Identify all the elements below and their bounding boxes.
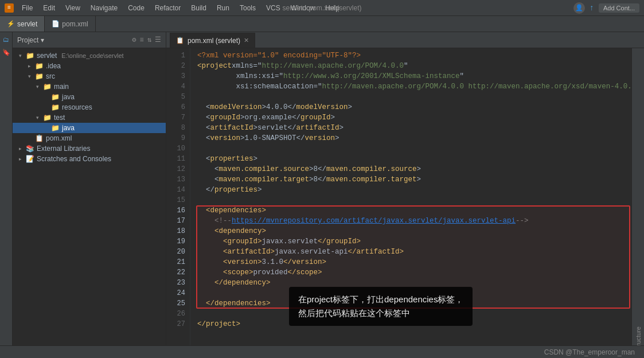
menu-file[interactable]: File	[17, 3, 37, 13]
tree-icon-main: 📁	[42, 83, 52, 91]
sidebar-project-icon[interactable]: 🗂	[1, 34, 11, 45]
tree-item-test[interactable]: ▾ 📁 test	[13, 112, 166, 123]
code-token: 3.1.0	[262, 257, 284, 267]
bottom-bar: CSDN @The_emperoor_man	[0, 345, 644, 358]
code-line-18: <dependency>	[197, 226, 631, 236]
vcs-icon[interactable]: ↑	[590, 3, 594, 13]
code-token: >	[335, 133, 339, 143]
highlighted-region: <dependencies> <!-- https://mvnrepositor…	[197, 205, 631, 309]
code-token: <	[197, 205, 210, 216]
code-token: >1.0-SNAPSHOT</	[240, 133, 305, 143]
sidebar-bookmark-icon[interactable]: 🔖	[1, 47, 11, 57]
project-tree: ▾ 📁 servlet E:\online_code\servlet ▸ 📁 .…	[13, 48, 166, 358]
code-token: <	[197, 102, 210, 112]
code-token: http://www.w3.org/2001/XMLSchema-instanc…	[283, 71, 460, 81]
code-line-21: <version>3.1.0</version>	[197, 257, 631, 267]
code-token: project	[202, 61, 232, 71]
tree-icon-idea: 📁	[34, 62, 44, 70]
tree-item-main[interactable]: ▾ 📁 main	[13, 81, 166, 92]
code-token: </	[197, 278, 223, 288]
structure-bar: Structure	[631, 48, 644, 358]
add-cont-button[interactable]: Add Cont...	[599, 3, 639, 13]
editor-tab-close[interactable]: ✕	[244, 37, 249, 44]
code-token: modelVersion	[296, 102, 348, 112]
menu-run[interactable]: Run	[212, 3, 234, 13]
line-num-10: 10	[169, 143, 185, 154]
tree-item-resources[interactable]: ▸ 📁 resources	[13, 102, 166, 112]
tree-item-src[interactable]: ▾ 📁 src	[13, 71, 166, 81]
tree-item-pom[interactable]: ▸ 📋 pom.xml	[13, 133, 166, 143]
project-panel: Project ▾ ⚙ ≡ ⇅ ☰ ▾ 📁 servlet E:\online_…	[13, 32, 166, 358]
menu-tools[interactable]: Tools	[235, 3, 260, 13]
code-link[interactable]: https://mvnrepository.com/artifact/javax…	[232, 216, 516, 226]
code-token: dependency	[223, 278, 266, 288]
code-token: </	[283, 257, 292, 267]
menu-edit[interactable]: Edit	[38, 3, 60, 13]
tree-arrow-servlet: ▾	[17, 53, 23, 59]
panel-title: Project ▾	[17, 36, 128, 44]
code-token: artifactId	[228, 247, 271, 257]
menu-refactor[interactable]: Refactor	[150, 3, 185, 13]
tree-label-java-test: java	[62, 124, 75, 132]
menu-navigate[interactable]: Navigate	[86, 3, 122, 13]
line-num-8: 8	[169, 123, 185, 133]
tree-label-extlibs: External Libraries	[37, 145, 90, 153]
panel-gear-icon[interactable]: ⚙	[132, 36, 136, 44]
menu-view[interactable]: View	[61, 3, 85, 13]
panel-list-icon[interactable]: ≡	[140, 36, 144, 44]
tree-item-java-main[interactable]: ▸ 📁 java	[13, 92, 166, 102]
line-num-20: 20	[169, 247, 185, 257]
code-token: <	[197, 247, 228, 257]
tab-pom[interactable]: 📄 pom.xml	[45, 16, 95, 32]
tab-servlet[interactable]: ⚡ servlet	[0, 16, 45, 32]
line-num-17: 17	[169, 216, 185, 226]
code-token: version	[305, 133, 335, 143]
tree-icon-java-test: 📁	[50, 124, 60, 132]
code-token: </	[288, 267, 296, 278]
tree-item-servlet[interactable]: ▾ 📁 servlet E:\online_code\servlet	[13, 50, 166, 61]
tree-item-java-test[interactable]: ▸ 📁 java	[13, 123, 166, 133]
code-token: <	[197, 226, 219, 236]
sidebar-strip-left: 🗂 🔖	[0, 32, 13, 358]
menu-build[interactable]: Build	[186, 3, 211, 13]
tab-servlet-label: servlet	[17, 20, 37, 28]
menu-vcs[interactable]: VCS	[261, 3, 285, 13]
code-token: </	[197, 298, 214, 309]
line-num-2: 2	[169, 61, 185, 71]
tree-icon-java-main: 📁	[50, 93, 60, 101]
panel-menu-icon[interactable]: ☰	[155, 36, 161, 44]
code-line-14: </properties>	[197, 185, 631, 195]
servlet-icon: ⚡	[7, 20, 15, 28]
code-line-2: <project xmlns="http://maven.apache.org/…	[197, 61, 631, 71]
code-token: groupId	[228, 236, 258, 247]
editor-tab-pom[interactable]: 📋 pom.xml (servlet) ✕	[170, 33, 255, 48]
code-token: >8</	[309, 164, 326, 174]
code-token: >	[257, 257, 262, 267]
code-token: >	[236, 319, 241, 329]
code-line-12: <maven.compiler.source>8</maven.compiler…	[197, 164, 631, 174]
tree-item-extlibs[interactable]: ▸ 📚 External Libraries	[13, 143, 166, 154]
line-num-19: 19	[169, 236, 185, 247]
menu-code[interactable]: Code	[123, 3, 149, 13]
code-token: <	[197, 154, 210, 164]
tree-arrow-main: ▾	[34, 84, 40, 90]
line-num-27: 27	[169, 319, 185, 329]
code-line-13: <maven.compiler.target>8</maven.compiler…	[197, 174, 631, 185]
panel-sort-icon[interactable]: ⇅	[147, 36, 151, 44]
user-icon[interactable]: 👤	[573, 2, 585, 14]
code-token: properties	[210, 154, 253, 164]
code-content[interactable]: <?xml version="1.0" encoding="UTF-8"?> <…	[190, 48, 631, 358]
code-line-27: </project>	[197, 319, 631, 329]
code-token: >	[331, 112, 335, 123]
code-token: xmlns:xsi="	[197, 71, 283, 81]
tree-item-scratches[interactable]: ▸ 📝 Scratches and Consoles	[13, 154, 166, 164]
code-token: "	[404, 61, 408, 71]
editor-area: 📋 pom.xml (servlet) ✕ 1 2 3 4 5 6 7 8 9 …	[166, 32, 644, 358]
code-token: >8</	[309, 174, 326, 185]
code-token: >	[417, 174, 421, 185]
code-token: <	[197, 257, 228, 267]
code-token: >4.0.0</	[262, 102, 296, 112]
code-token: maven.compiler.source	[326, 164, 417, 174]
tree-item-idea[interactable]: ▸ 📁 .idea	[13, 61, 166, 71]
code-line-23: </dependency>	[197, 278, 631, 288]
